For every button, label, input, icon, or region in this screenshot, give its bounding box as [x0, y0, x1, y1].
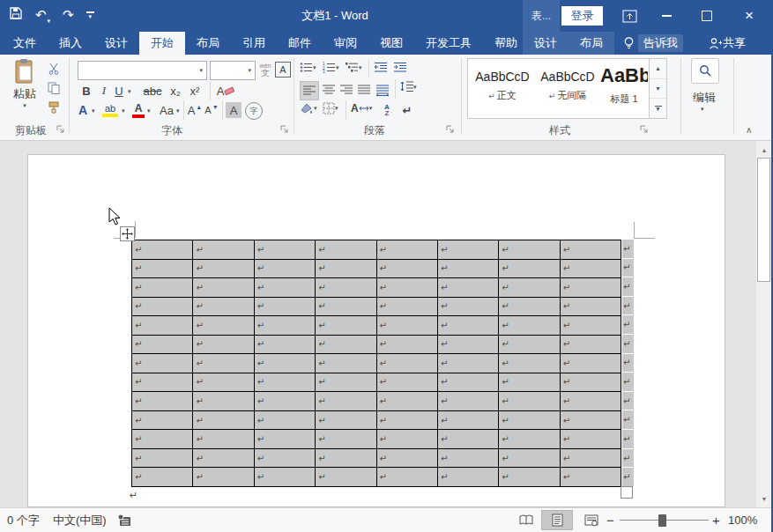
- table-cell[interactable]: ↵: [255, 449, 316, 469]
- table-cell[interactable]: ↵: [438, 336, 499, 355]
- table-cell[interactable]: ↵: [377, 392, 438, 411]
- text-highlight-button[interactable]: ab: [100, 102, 120, 118]
- character-shading-button[interactable]: A: [226, 102, 242, 118]
- shading-dropdown-icon[interactable]: ▾: [314, 105, 317, 112]
- table-cell[interactable]: ↵: [377, 240, 438, 260]
- table-cell[interactable]: ↵: [132, 260, 193, 279]
- tab-7[interactable]: 审阅: [323, 32, 368, 55]
- bullets-button[interactable]: ▾: [300, 62, 316, 73]
- table-cell[interactable]: ↵: [255, 411, 316, 431]
- table-cell[interactable]: ↵: [499, 449, 560, 469]
- multilevel-list-button[interactable]: ▾: [346, 62, 362, 73]
- superscript-button[interactable]: x²: [187, 83, 203, 99]
- table-cell[interactable]: ↵: [561, 298, 621, 317]
- table-cell[interactable]: ↵: [499, 278, 560, 298]
- table-cell[interactable]: ↵: [438, 411, 499, 431]
- table-cell[interactable]: ↵: [377, 316, 438, 336]
- table-cell[interactable]: ↵: [132, 354, 193, 373]
- tab-5[interactable]: 引用: [231, 32, 277, 55]
- table-cell[interactable]: ↵: [316, 354, 376, 373]
- table-cell[interactable]: ↵: [377, 278, 438, 298]
- table-cell[interactable]: ↵: [377, 260, 438, 279]
- table-cell[interactable]: ↵: [255, 430, 316, 449]
- vertical-scrollbar[interactable]: ▲ ▼: [756, 141, 772, 507]
- editing-group-label[interactable]: 编辑: [688, 90, 721, 106]
- find-button[interactable]: [691, 58, 719, 84]
- table-cell[interactable]: ↵: [193, 373, 254, 393]
- tab-4[interactable]: 布局: [185, 32, 231, 55]
- table-cell[interactable]: ↵: [132, 316, 193, 336]
- macro-record-icon[interactable]: [117, 514, 131, 527]
- table-cell[interactable]: ↵: [132, 430, 193, 449]
- table-cell[interactable]: ↵: [561, 373, 621, 393]
- align-right-button[interactable]: [338, 81, 354, 99]
- document-page[interactable]: ↵↵↵↵↵↵↵↵↵↵↵↵↵↵↵↵↵↵↵↵↵↵↵↵↵↵↵↵↵↵↵↵↵↵↵↵↵↵↵↵…: [27, 154, 725, 507]
- table-cell[interactable]: ↵: [132, 392, 193, 411]
- tab-9[interactable]: 开发工具: [414, 32, 483, 55]
- bullets-dropdown-icon[interactable]: ▾: [313, 64, 316, 71]
- language-status[interactable]: 中文(中国): [53, 508, 107, 532]
- asian-layout-dropdown-icon[interactable]: ▾: [369, 105, 373, 112]
- table-cell[interactable]: ↵: [193, 449, 254, 469]
- table-cell[interactable]: ↵: [255, 373, 316, 393]
- table-cell[interactable]: ↵: [132, 411, 193, 431]
- maximize-button[interactable]: [696, 0, 717, 32]
- table-move-handle[interactable]: [120, 226, 135, 241]
- table-cell[interactable]: ↵: [499, 392, 560, 411]
- table-cell[interactable]: ↵: [499, 430, 560, 449]
- table-cell[interactable]: ↵: [377, 354, 438, 373]
- table-cell[interactable]: ↵: [255, 316, 316, 336]
- table-cell[interactable]: ↵: [438, 449, 499, 469]
- table-cell[interactable]: ↵: [255, 278, 316, 298]
- table-cell[interactable]: ↵: [499, 354, 560, 373]
- table-cell[interactable]: ↵: [316, 392, 376, 411]
- phonetic-guide-button[interactable]: wén 文: [257, 60, 273, 79]
- table-cell[interactable]: ↵: [438, 240, 499, 260]
- table-resize-handle[interactable]: [621, 486, 633, 499]
- table-cell[interactable]: ↵: [316, 278, 376, 298]
- sort-button[interactable]: A Z: [379, 102, 395, 118]
- align-center-button[interactable]: [321, 81, 337, 99]
- print-layout-button[interactable]: [541, 510, 573, 530]
- format-painter-button[interactable]: [46, 100, 62, 115]
- styles-scroll-down-button[interactable]: ▾: [650, 79, 666, 100]
- tab-3[interactable]: 开始: [139, 32, 185, 55]
- line-spacing-dropdown-icon[interactable]: ▾: [413, 84, 417, 91]
- scroll-down-button[interactable]: ▼: [756, 491, 772, 506]
- tab-10[interactable]: 帮助: [483, 32, 529, 55]
- clipboard-dialog-launcher-icon[interactable]: [56, 125, 65, 134]
- table-cell[interactable]: ↵: [438, 468, 499, 487]
- table-cell[interactable]: ↵: [193, 240, 254, 260]
- close-button[interactable]: ×: [739, 0, 760, 32]
- font-name-combobox[interactable]: ▾: [78, 61, 207, 80]
- subscript-button[interactable]: x₂: [167, 83, 183, 99]
- table-cell[interactable]: ↵: [438, 392, 499, 411]
- tell-me-button[interactable]: 告诉我: [638, 34, 683, 52]
- table-cell[interactable]: ↵: [561, 260, 621, 279]
- italic-button[interactable]: I: [99, 83, 109, 99]
- table-cell[interactable]: ↵: [377, 430, 438, 449]
- table-cell[interactable]: ↵: [316, 260, 376, 279]
- table-cell[interactable]: ↵: [377, 298, 438, 317]
- table-cell[interactable]: ↵: [377, 411, 438, 431]
- table-cell[interactable]: ↵: [561, 354, 621, 373]
- table-cell[interactable]: ↵: [132, 373, 193, 393]
- web-layout-button[interactable]: [580, 510, 603, 530]
- tab-1[interactable]: 插入: [48, 32, 93, 55]
- table-cell[interactable]: ↵: [499, 298, 560, 317]
- cut-button[interactable]: [46, 62, 62, 76]
- save-icon[interactable]: [9, 6, 23, 24]
- sign-in-button[interactable]: 登录: [561, 6, 603, 26]
- grow-font-button[interactable]: A▲: [187, 102, 203, 118]
- style-no-spacing[interactable]: AaBbCcD ↵无间隔: [537, 63, 598, 114]
- table-cell[interactable]: ↵: [255, 354, 316, 373]
- table-cell[interactable]: ↵: [316, 411, 376, 431]
- table-cell[interactable]: ↵: [193, 468, 254, 487]
- distribute-button[interactable]: [374, 81, 391, 99]
- asian-layout-button[interactable]: A ▾: [351, 102, 372, 115]
- justify-button[interactable]: [356, 81, 372, 99]
- styles-more-button[interactable]: ▾: [650, 99, 666, 118]
- redo-icon[interactable]: ↷: [63, 5, 74, 25]
- table-cell[interactable]: ↵: [132, 468, 193, 487]
- table-cell[interactable]: ↵: [561, 392, 621, 411]
